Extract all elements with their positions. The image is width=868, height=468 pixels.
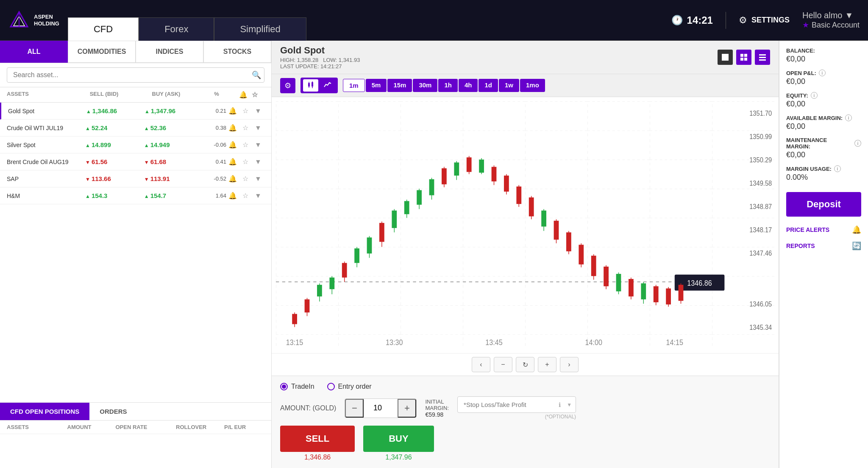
- amount-decrease-btn[interactable]: −: [345, 399, 364, 418]
- view-list-icon[interactable]: [755, 50, 770, 65]
- svg-rect-81: [604, 267, 609, 286]
- stop-loss-input[interactable]: [457, 396, 576, 413]
- open-pl-info-icon[interactable]: i: [819, 70, 826, 76]
- svg-rect-5: [744, 54, 747, 57]
- fav-btn[interactable]: ☆: [239, 141, 252, 149]
- radio-entry-order: [327, 383, 335, 390]
- user-account[interactable]: ★ Basic Account: [802, 20, 860, 30]
- tf-4h[interactable]: 4h: [459, 79, 478, 92]
- pos-col-rollover: ROLLOVER: [176, 424, 224, 430]
- view-solid-icon[interactable]: [718, 50, 733, 65]
- fav-btn[interactable]: ☆: [239, 107, 252, 115]
- tf-1h[interactable]: 1h: [438, 79, 458, 92]
- expand-btn[interactable]: ▼: [252, 158, 264, 166]
- chart-prev-btn[interactable]: ‹: [472, 357, 490, 372]
- chart-refresh-btn[interactable]: ↻: [516, 357, 534, 372]
- view-grid-icon[interactable]: [736, 50, 751, 65]
- sell-button-col: SELL 1,346.86: [280, 426, 355, 461]
- entry-order-radio[interactable]: Entry order: [327, 383, 372, 390]
- filter-stocks[interactable]: STOCKS: [203, 41, 271, 63]
- col-buy: BUY (ASK): [152, 91, 214, 99]
- tf-1d[interactable]: 1d: [479, 79, 498, 92]
- amount-increase-btn[interactable]: +: [398, 399, 416, 418]
- price-alerts-link[interactable]: PRICE ALERTS 🔔: [786, 225, 861, 234]
- chart-zoom-out-btn[interactable]: −: [494, 357, 512, 372]
- alarm-btn[interactable]: 🔔: [226, 124, 239, 132]
- alarm-btn[interactable]: 🔔: [226, 192, 239, 200]
- filter-all[interactable]: ALL: [0, 41, 68, 63]
- divider: [726, 12, 726, 29]
- tf-5m[interactable]: 5m: [366, 79, 387, 92]
- buy-button[interactable]: BUY: [363, 426, 434, 452]
- tf-30m[interactable]: 30m: [413, 79, 437, 92]
- user-hello[interactable]: Hello almo ▼: [802, 11, 860, 20]
- expand-btn[interactable]: ▼: [252, 192, 264, 200]
- maintenance-margin-info-icon[interactable]: i: [854, 140, 861, 147]
- tf-1w[interactable]: 1w: [499, 79, 519, 92]
- time-block: 🕐 14:21: [671, 14, 713, 26]
- dropdown-icon[interactable]: ▼: [567, 402, 572, 408]
- expand-btn[interactable]: ▼: [252, 141, 264, 149]
- table-row[interactable]: Gold Spot 1,346.86 1,347.96 0.21 🔔 ☆ ▼: [0, 103, 271, 120]
- amount-input[interactable]: [364, 400, 398, 416]
- fav-btn[interactable]: ☆: [239, 124, 252, 132]
- search-input[interactable]: [7, 67, 264, 83]
- available-margin-value: €0,00: [786, 122, 861, 131]
- alarm-btn[interactable]: 🔔: [226, 158, 239, 166]
- chart-zoom-in-btn[interactable]: +: [538, 357, 556, 372]
- search-icon[interactable]: 🔍: [252, 70, 261, 80]
- last-update-label: LAST UPDATE:: [280, 63, 320, 70]
- table-row[interactable]: Silver Spot 14.899 14.949 -0.06 🔔 ☆ ▼: [0, 136, 271, 153]
- svg-rect-41: [354, 248, 359, 263]
- deposit-button[interactable]: Deposit: [786, 192, 861, 217]
- tab-cfd[interactable]: CFD: [68, 17, 139, 41]
- table-row[interactable]: Brent Crude Oil AUG19 61.56 61.68 0.41 🔔…: [0, 153, 271, 170]
- reports-link[interactable]: REPORTS 🔄: [786, 241, 861, 251]
- table-row[interactable]: H&M 154.3 154.7 1.64 🔔 ☆ ▼: [0, 187, 271, 204]
- trade-in-radio[interactable]: TradeIn: [280, 383, 314, 390]
- initial-margin-value: €59.98: [425, 411, 449, 418]
- fav-btn[interactable]: ☆: [239, 192, 252, 200]
- chart-type-line[interactable]: [320, 79, 335, 92]
- svg-rect-63: [492, 167, 497, 181]
- tab-forex[interactable]: Forex: [139, 17, 214, 41]
- low-label: LOW:: [323, 57, 339, 63]
- tab-simplified[interactable]: Simplified: [214, 17, 306, 41]
- expand-btn[interactable]: ▼: [252, 175, 264, 183]
- svg-text:1347.46: 1347.46: [749, 249, 772, 257]
- open-pl-value: €0,00: [786, 77, 861, 86]
- tf-1mo[interactable]: 1mo: [520, 79, 545, 92]
- chart-nav: ‹ − ↻ + ›: [272, 353, 779, 376]
- fav-btn[interactable]: ☆: [239, 175, 252, 183]
- expand-btn[interactable]: ▼: [252, 124, 264, 132]
- tf-15m[interactable]: 15m: [387, 79, 412, 92]
- tf-1m[interactable]: 1m: [343, 79, 365, 92]
- chart-next-btn[interactable]: ›: [560, 357, 579, 372]
- chevron-down-icon: ▼: [845, 11, 853, 20]
- svg-rect-45: [379, 223, 384, 242]
- equity-info-icon[interactable]: i: [811, 92, 818, 99]
- tab-orders[interactable]: ORDERS: [89, 403, 137, 420]
- table-row[interactable]: SAP 113.66 113.91 -0.52 🔔 ☆ ▼: [0, 170, 271, 187]
- col-sell: SELL (BID): [90, 91, 152, 99]
- margin-usage-info-icon[interactable]: i: [834, 165, 841, 172]
- available-margin-info-icon[interactable]: i: [845, 114, 852, 121]
- alarm-btn[interactable]: 🔔: [226, 107, 239, 115]
- svg-rect-65: [504, 176, 509, 192]
- balance-block: BALANCE: €0,00: [786, 47, 861, 64]
- margin-usage-label: MARGIN USAGE: i: [786, 165, 861, 172]
- expand-btn[interactable]: ▼: [252, 107, 264, 115]
- sell-price: 1,346.86: [280, 454, 355, 461]
- alarm-btn[interactable]: 🔔: [226, 141, 239, 149]
- sell-button[interactable]: SELL: [280, 426, 355, 452]
- fav-btn[interactable]: ☆: [239, 158, 252, 166]
- chart-settings-btn[interactable]: ⚙: [280, 78, 295, 93]
- settings-block[interactable]: ⚙ SETTINGS: [739, 15, 790, 26]
- table-row[interactable]: Crude Oil WTI JUL19 52.24 52.36 0.38 🔔 ☆…: [0, 120, 271, 136]
- chart-type-candle[interactable]: [303, 79, 318, 92]
- filter-commodities[interactable]: COMMODITIES: [68, 41, 136, 63]
- tab-open-positions[interactable]: CFD OPEN POSITIONS: [0, 403, 89, 420]
- filter-indices[interactable]: INDICES: [136, 41, 203, 63]
- alarm-btn[interactable]: 🔔: [226, 175, 239, 183]
- svg-text:1349.58: 1349.58: [749, 179, 772, 187]
